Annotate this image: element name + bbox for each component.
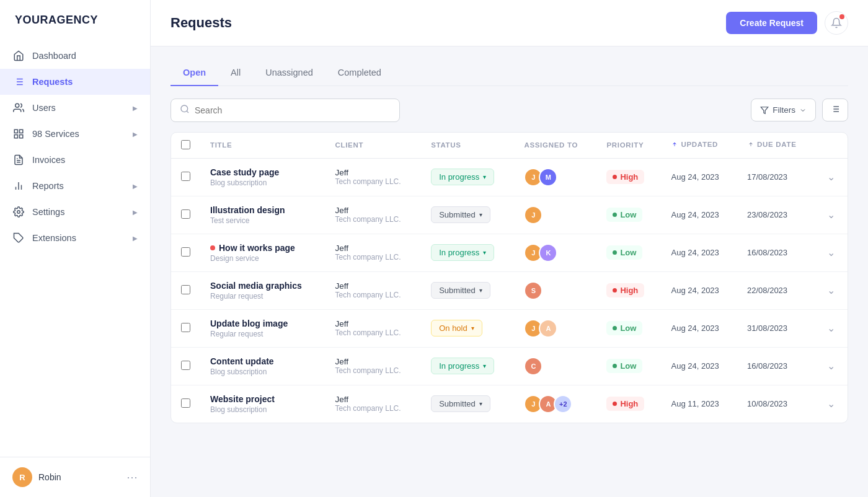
cell-updated: Aug 24, 2023	[661, 196, 737, 234]
sidebar-item-settings[interactable]: Settings ▶	[0, 199, 150, 225]
avatar-extra-count: +2	[554, 395, 572, 413]
assignees: JA	[524, 319, 587, 338]
status-badge[interactable]: Submitted ▾	[431, 395, 490, 412]
row-checkbox[interactable]	[181, 361, 190, 370]
priority-dot	[613, 402, 617, 406]
status-badge[interactable]: On hold ▾	[431, 320, 482, 336]
select-all-checkbox[interactable]	[181, 140, 190, 149]
chevron-down-icon: ▾	[479, 211, 482, 218]
tab-all[interactable]: All	[218, 61, 253, 86]
sidebar-item-dashboard[interactable]: Dashboard	[0, 43, 150, 69]
sidebar-nav: Dashboard Requests Users ▶ 98 Services ▶	[0, 38, 150, 457]
cell-title: How it works page Design service	[200, 234, 326, 271]
col-priority: PRIORITY	[596, 133, 661, 159]
cell-title: Update blog image Regular request	[200, 309, 326, 347]
table-row: Content update Blog subscription Jeff Te…	[171, 347, 848, 385]
cell-assigned: JA+2	[514, 385, 596, 423]
cell-assigned: JM	[514, 158, 596, 196]
expand-row-button[interactable]: ⌄	[825, 169, 838, 185]
sidebar-item-requests[interactable]: Requests	[0, 69, 150, 95]
grid-icon	[12, 128, 25, 140]
row-checkbox[interactable]	[181, 323, 190, 332]
sidebar-item-label: Requests	[32, 77, 73, 87]
requests-table: TITLE CLIENT STATUS ASSIGNED TO PRIORITY…	[170, 132, 848, 423]
svg-rect-7	[14, 130, 17, 133]
search-input[interactable]	[195, 105, 391, 115]
table-row: Case study page Blog subscription Jeff T…	[171, 158, 848, 196]
svg-rect-10	[14, 135, 17, 138]
filters-button[interactable]: Filters	[751, 99, 816, 121]
assignees: S	[524, 281, 587, 300]
expand-row-button[interactable]: ⌄	[825, 358, 838, 374]
cell-status: In progress ▾	[421, 347, 514, 385]
cell-due-date: 10/08/2023	[737, 385, 815, 423]
row-checkbox[interactable]	[181, 285, 190, 294]
gear-icon	[12, 206, 25, 218]
priority-dot	[613, 326, 617, 330]
expand-row-button[interactable]: ⌄	[825, 245, 838, 260]
sidebar-item-label: Extensions	[32, 233, 76, 243]
tab-completed[interactable]: Completed	[326, 61, 394, 86]
cell-client: Jeff Tech company LLC.	[326, 234, 422, 271]
bar-chart-icon	[12, 180, 25, 192]
row-checkbox[interactable]	[181, 209, 190, 219]
expand-row-button[interactable]: ⌄	[825, 283, 838, 298]
avatar: A	[539, 319, 557, 338]
cell-due-date: 23/08/2023	[737, 196, 815, 234]
row-checkbox[interactable]	[181, 247, 190, 257]
sidebar-item-invoices[interactable]: Invoices	[0, 147, 150, 173]
cell-assigned: C	[514, 347, 596, 385]
sidebar-item-label: Dashboard	[32, 51, 76, 61]
notifications-button[interactable]	[825, 11, 848, 35]
sidebar-item-users[interactable]: Users ▶	[0, 95, 150, 121]
row-checkbox[interactable]	[181, 172, 190, 181]
more-options-button[interactable]: ⋯	[126, 470, 138, 484]
tab-open[interactable]: Open	[170, 61, 218, 86]
cell-due-date: 22/08/2023	[737, 271, 815, 309]
chevron-down-icon: ▾	[479, 400, 482, 407]
chevron-down-icon: ▾	[483, 249, 486, 256]
expand-row-button[interactable]: ⌄	[825, 320, 838, 336]
expand-row-button[interactable]: ⌄	[825, 396, 838, 411]
cell-client: Jeff Tech company LLC.	[326, 309, 422, 347]
cell-client: Jeff Tech company LLC.	[326, 271, 422, 309]
create-request-button[interactable]: Create Request	[726, 12, 817, 34]
sidebar-item-reports[interactable]: Reports ▶	[0, 173, 150, 199]
priority-badge: High	[606, 170, 644, 184]
puzzle-icon	[12, 232, 25, 244]
priority-dot	[613, 364, 617, 368]
footer-username: Robin	[38, 472, 120, 482]
col-due-date[interactable]: DUE DATE	[737, 133, 815, 159]
cell-updated: Aug 24, 2023	[661, 309, 737, 347]
priority-badge: Low	[606, 359, 642, 373]
cell-priority: Low	[596, 347, 661, 385]
columns-button[interactable]	[822, 99, 848, 121]
tab-unassigned[interactable]: Unassigned	[253, 61, 326, 86]
expand-row-button[interactable]: ⌄	[825, 207, 838, 222]
sidebar-item-extensions[interactable]: Extensions ▶	[0, 225, 150, 251]
cell-updated: Aug 24, 2023	[661, 158, 737, 196]
sidebar-item-services[interactable]: 98 Services ▶	[0, 121, 150, 147]
list-icon	[12, 76, 25, 88]
status-badge[interactable]: In progress ▾	[431, 169, 494, 185]
col-updated[interactable]: UPDATED	[661, 133, 737, 159]
chevron-right-icon: ▶	[133, 131, 138, 138]
row-checkbox[interactable]	[181, 398, 190, 408]
table-row: Social media graphics Regular request Je…	[171, 271, 848, 309]
sidebar-footer: R Robin ⋯	[0, 457, 150, 497]
cell-due-date: 16/08/2023	[737, 234, 815, 271]
chevron-down-icon: ▾	[483, 363, 486, 369]
priority-badge: Low	[606, 208, 642, 222]
status-badge[interactable]: In progress ▾	[431, 358, 494, 374]
assignees: JA+2	[524, 395, 587, 413]
cell-title: Content update Blog subscription	[200, 347, 326, 385]
status-badge[interactable]: Submitted ▾	[431, 206, 490, 223]
cell-title: Website project Blog subscription	[200, 385, 326, 423]
status-badge[interactable]: In progress ▾	[431, 244, 494, 261]
avatar: J	[524, 206, 542, 224]
page-header: Requests Create Request	[151, 0, 868, 46]
status-badge[interactable]: Submitted ▾	[431, 282, 490, 299]
cell-client: Jeff Tech company LLC.	[326, 196, 422, 234]
cell-title: Social media graphics Regular request	[200, 271, 326, 309]
cell-due-date: 16/08/2023	[737, 347, 815, 385]
